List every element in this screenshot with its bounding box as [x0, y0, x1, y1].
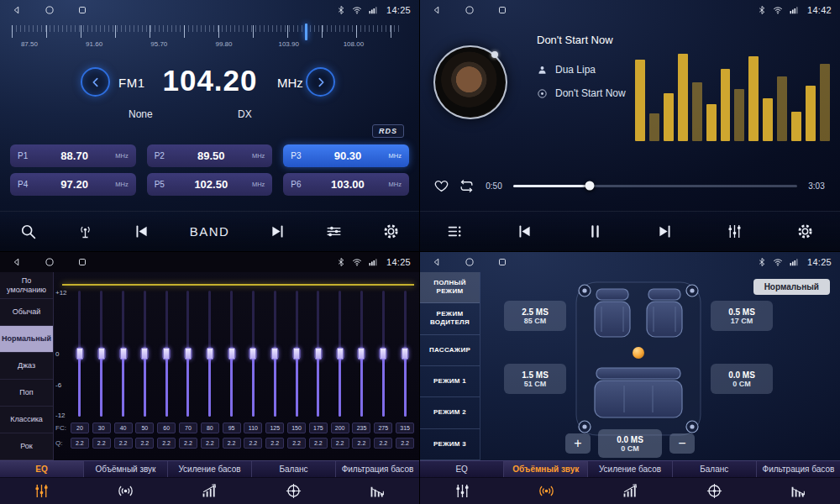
- front-left-delay[interactable]: 2.5 MS 85 CM: [504, 301, 566, 331]
- repeat-icon[interactable]: [459, 178, 475, 194]
- tab-3-label[interactable]: Усиление басов: [168, 461, 252, 477]
- previous-track-icon[interactable]: [516, 223, 533, 240]
- eq-slider-handle[interactable]: [141, 348, 149, 360]
- band-button[interactable]: BAND: [190, 224, 230, 239]
- subwoofer-filter-icon[interactable]: [756, 482, 840, 500]
- eq-slider-handle[interactable]: [97, 348, 105, 360]
- bass-boost-icon[interactable]: [588, 482, 672, 500]
- preset-button-p5[interactable]: P5102.50MHz: [147, 173, 273, 196]
- home-icon[interactable]: [465, 257, 475, 267]
- eq-sliders-icon[interactable]: [420, 482, 504, 500]
- tab-4-label[interactable]: Баланс: [252, 461, 336, 477]
- eq-slider-handle[interactable]: [336, 348, 344, 360]
- tab-2-label[interactable]: Объёмный звук: [504, 461, 588, 477]
- eq-preset-item[interactable]: Нормальный: [0, 326, 53, 353]
- eq-slider-track[interactable]: [339, 291, 341, 417]
- eq-slider-track[interactable]: [144, 291, 146, 417]
- eq-slider-handle[interactable]: [163, 348, 171, 360]
- eq-slider-track[interactable]: [230, 291, 233, 417]
- recents-icon[interactable]: [497, 257, 507, 267]
- preset-button-p4[interactable]: P497.20MHz: [10, 173, 136, 196]
- frequency-ruler[interactable]: [12, 25, 402, 39]
- eq-slider-track[interactable]: [186, 291, 189, 417]
- back-icon[interactable]: [12, 5, 22, 15]
- eq-slider-track[interactable]: [122, 291, 124, 417]
- back-icon[interactable]: [432, 5, 442, 15]
- preset-button-p6[interactable]: P6103.00MHz: [283, 173, 409, 196]
- eq-slider-track[interactable]: [78, 291, 81, 417]
- search-icon[interactable]: [19, 223, 37, 240]
- next-station-icon[interactable]: [269, 223, 286, 240]
- eq-slider-handle[interactable]: [402, 348, 409, 360]
- eq-slider-handle[interactable]: [271, 348, 279, 360]
- eq-slider-handle[interactable]: [249, 348, 257, 360]
- tune-down-button[interactable]: [81, 67, 110, 97]
- bass-boost-icon[interactable]: [168, 482, 252, 500]
- tab-3-label[interactable]: Усиление басов: [588, 461, 672, 477]
- eq-slider-handle[interactable]: [184, 348, 192, 360]
- home-icon[interactable]: [45, 257, 55, 267]
- surround-mode-item[interactable]: РЕЖИМ 2: [420, 397, 480, 428]
- subwoofer-filter-icon[interactable]: [335, 482, 419, 500]
- back-icon[interactable]: [12, 257, 22, 267]
- surround-speaker-icon[interactable]: [504, 482, 588, 500]
- tab-4-label[interactable]: Баланс: [673, 461, 757, 477]
- sound-profile-button[interactable]: Нормальный: [753, 279, 830, 295]
- pause-icon[interactable]: [586, 223, 604, 240]
- preset-button-p1[interactable]: P188.70MHz: [10, 144, 136, 167]
- eq-slider-handle[interactable]: [206, 348, 213, 360]
- surround-mode-item[interactable]: ПОЛНЫЙ РЕЖИМ: [420, 272, 480, 303]
- settings-gear-icon[interactable]: [796, 223, 814, 240]
- eq-slider-track[interactable]: [252, 291, 255, 417]
- eq-slider-handle[interactable]: [228, 348, 235, 360]
- surround-mode-item[interactable]: РЕЖИМ 3: [420, 429, 480, 460]
- eq-slider-track[interactable]: [274, 291, 276, 417]
- delay-increase-button[interactable]: +: [565, 433, 591, 454]
- previous-station-icon[interactable]: [133, 223, 150, 240]
- recents-icon[interactable]: [77, 5, 87, 15]
- tune-up-button[interactable]: [306, 67, 335, 97]
- balance-icon[interactable]: [672, 482, 756, 500]
- eq-slider-track[interactable]: [360, 291, 363, 417]
- eq-slider-handle[interactable]: [358, 348, 365, 360]
- rear-right-delay[interactable]: 0.0 MS 0 CM: [711, 364, 773, 394]
- front-right-delay[interactable]: 0.5 MS 17 CM: [711, 301, 773, 331]
- tab-1-label[interactable]: EQ: [420, 461, 504, 477]
- eq-preset-item[interactable]: Обычай: [0, 299, 53, 326]
- rear-left-delay[interactable]: 1.5 MS 51 CM: [504, 364, 566, 394]
- back-icon[interactable]: [432, 257, 442, 267]
- mixer-icon[interactable]: [726, 223, 743, 240]
- eq-sliders-icon[interactable]: [0, 482, 84, 500]
- surround-mode-item[interactable]: РЕЖИМ ВОДИТЕЛЯ: [420, 303, 480, 334]
- settings-gear-icon[interactable]: [382, 223, 400, 240]
- eq-slider-track[interactable]: [382, 291, 385, 417]
- preset-button-p3[interactable]: P390.30MHz: [283, 144, 409, 167]
- recents-icon[interactable]: [497, 5, 507, 15]
- playlist-icon[interactable]: [446, 223, 464, 240]
- eq-slider-handle[interactable]: [119, 348, 127, 360]
- eq-slider-handle[interactable]: [76, 348, 83, 360]
- eq-preset-item[interactable]: Рок: [0, 433, 53, 460]
- eq-slider-handle[interactable]: [314, 348, 322, 360]
- eq-slider-track[interactable]: [100, 291, 102, 417]
- eq-preset-item[interactable]: По умолчанию: [0, 272, 53, 299]
- eq-slider-track[interactable]: [404, 291, 407, 417]
- eq-slider-track[interactable]: [296, 291, 298, 417]
- home-icon[interactable]: [45, 5, 55, 15]
- surround-mode-item[interactable]: РЕЖИМ 1: [420, 366, 480, 397]
- seek-bar[interactable]: [513, 185, 797, 187]
- eq-slider-track[interactable]: [165, 291, 168, 417]
- eq-slider-track[interactable]: [317, 291, 319, 417]
- eq-slider-track[interactable]: [208, 291, 211, 417]
- eq-preset-item[interactable]: Джаз: [0, 353, 53, 380]
- eq-preset-item[interactable]: Поп: [0, 380, 53, 407]
- broadcast-scan-icon[interactable]: [76, 223, 94, 240]
- surround-speaker-icon[interactable]: [84, 482, 168, 500]
- surround-mode-item[interactable]: ПАССАЖИР: [420, 335, 480, 366]
- tab-5-label[interactable]: Фильтрация басов: [336, 461, 419, 477]
- seek-bar-knob[interactable]: [585, 181, 595, 191]
- next-track-icon[interactable]: [656, 223, 674, 240]
- balance-icon[interactable]: [251, 482, 335, 500]
- tab-2-label[interactable]: Объёмный звук: [84, 461, 168, 477]
- recents-icon[interactable]: [77, 257, 87, 267]
